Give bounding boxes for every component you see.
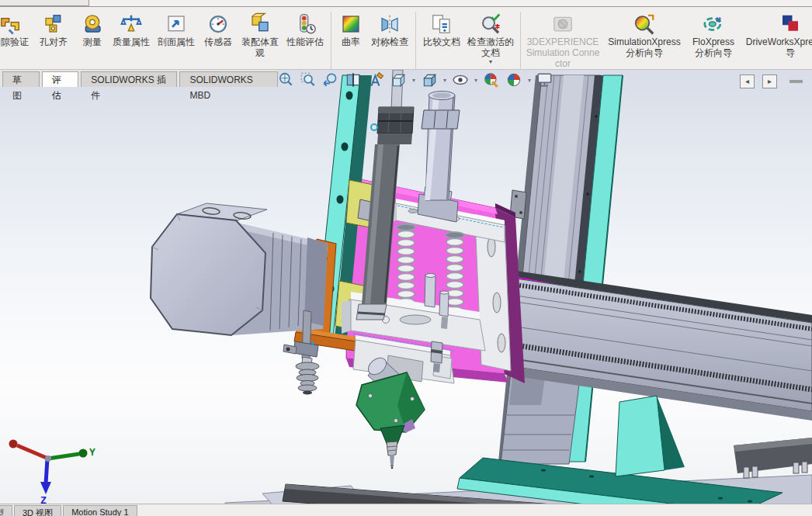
section-properties-icon [165, 12, 188, 36]
ribbon-top-tab-remnant [0, 0, 89, 6]
ribbon-item-label: 对称检查 [371, 36, 408, 47]
curvature-icon [339, 12, 363, 36]
model-light-cylinder[interactable] [422, 92, 460, 201]
tab-solidworks-mbd[interactable]: SOLIDWORKS MBD [179, 71, 278, 87]
ribbon-item-assembly-visualization[interactable]: 装配体直观 [239, 10, 281, 58]
apply-scene-caret-icon[interactable]: ▾ [528, 77, 531, 84]
triad-y-label: Y [89, 446, 95, 458]
ribbon-item-measure[interactable]: 测量 [78, 10, 107, 47]
ribbon-item-label: 装配体直观 [239, 36, 281, 58]
tab-solidworks-addins[interactable]: SOLIDWORKS 插件 [81, 71, 177, 87]
ribbon-item-sensor[interactable]: 传感器 [200, 10, 236, 47]
performance-evaluation-icon [293, 12, 317, 36]
ribbon-item-label: 质量属性 [113, 36, 150, 47]
ribbon-item-label: SimulationXpress 分析向导 [603, 36, 685, 58]
display-style-caret-icon[interactable]: ▾ [443, 77, 446, 84]
ribbon-item-simulationxpress-wizard[interactable]: SimulationXpress 分析向导 [603, 10, 685, 58]
driveworksxpress-wizard-icon [779, 12, 802, 36]
tab-model[interactable]: 模型 [0, 505, 12, 516]
mass-properties-icon [120, 12, 143, 36]
assembly-model[interactable] [0, 70, 812, 516]
graphics-viewport[interactable]: ▾ ▾ ▾ ▾ ◂ ▸ Y Z 模型 3D 视图 Motion Study 1 [0, 70, 812, 516]
triad-axes [2, 435, 102, 507]
ribbon-item-mass-properties[interactable]: 质量属性 [110, 10, 152, 47]
ribbon-item-label: 孔对齐 [40, 36, 68, 47]
view-orientation-icon[interactable] [389, 71, 408, 88]
pane-next-button[interactable]: ▸ [762, 74, 777, 88]
model-column-bearing-blocks[interactable] [501, 372, 581, 464]
tab-motion-study-1[interactable]: Motion Study 1 [63, 505, 137, 516]
hole-alignment-icon [42, 12, 65, 36]
check-active-document-icon [479, 12, 502, 36]
display-style-icon[interactable] [420, 71, 439, 88]
sensor-icon [206, 12, 230, 36]
ribbon-item-clearance-verify[interactable]: 间隙验证 [0, 10, 29, 47]
document-tab-bar: 模型 3D 视图 Motion Study 1 [0, 504, 812, 516]
ribbon-group-divider [331, 12, 331, 69]
ribbon-item-label: 检查激活的文档 [466, 36, 515, 58]
reference-triad: Y Z [2, 435, 102, 507]
model-octagon-motor[interactable] [151, 203, 328, 335]
ribbon-item-label: 性能评估 [286, 36, 324, 47]
ribbon-item-floxpress-wizard[interactable]: FloXpress 分析向导 [689, 10, 738, 58]
pane-collapse-handle[interactable] [789, 80, 803, 83]
hide-show-items-icon[interactable] [451, 71, 470, 88]
ribbon-item-label: 传感器 [204, 36, 232, 47]
3dexperience-simulation-connector-icon [551, 12, 574, 36]
dropdown-caret-icon[interactable]: ▾ [489, 59, 492, 65]
ribbon-item-label: DriveWorksXpress 向导 [741, 36, 812, 58]
zoom-to-fit-icon[interactable] [276, 71, 295, 88]
ribbon-item-label: 测量 [83, 36, 102, 47]
ribbon-top-strip [0, 0, 812, 7]
command-manager-tab-row: 草图 评估 SOLIDWORKS 插件 SOLIDWORKS MBD [0, 70, 278, 87]
ribbon-item-section-properties[interactable]: 剖面属性 [155, 10, 197, 47]
edit-appearance-icon[interactable] [482, 71, 501, 88]
view-orientation-caret-icon[interactable]: ▾ [412, 77, 415, 84]
ribbon-item-compare-documents[interactable]: 比较文档 [421, 10, 463, 47]
symmetry-check-icon [378, 12, 401, 36]
apply-scene-icon[interactable] [505, 71, 523, 88]
tab-evaluate[interactable]: 评估 [42, 71, 79, 87]
ribbon-item-hole-alignment[interactable]: 孔对齐 [33, 10, 75, 47]
ribbon-group-divider [415, 12, 416, 69]
floxpress-wizard-icon [702, 12, 725, 36]
ribbon-item-label: FloXpress 分析向导 [689, 36, 738, 58]
ribbon-item-label: 比较文档 [423, 36, 460, 47]
ribbon-item-curvature[interactable]: 曲率 [336, 10, 366, 47]
display-pane-navigation: ◂ ▸ [740, 74, 803, 88]
view-settings-icon[interactable] [536, 71, 554, 88]
ribbon-item-label: 曲率 [342, 36, 360, 47]
zoom-to-area-icon[interactable] [299, 71, 318, 88]
command-manager-ribbon: 间隙验证 孔对齐 测量 质量属性 剖面属性 传感器 装配体直观 [0, 0, 812, 70]
pane-previous-button[interactable]: ◂ [740, 74, 755, 88]
heads-up-view-toolbar: ▾ ▾ ▾ ▾ [276, 71, 554, 88]
simulationxpress-wizard-icon [633, 12, 656, 36]
ribbon-item-label: 间隙验证 [0, 36, 29, 47]
model-rear-rail-slab[interactable] [734, 438, 812, 478]
compare-documents-icon [430, 12, 453, 36]
clearance-verify-icon [0, 12, 22, 36]
hide-show-items-caret-icon[interactable]: ▾ [474, 77, 477, 84]
ribbon-item-label: 剖面属性 [158, 36, 195, 47]
measure-icon [81, 12, 104, 36]
tab-3d-views[interactable]: 3D 视图 [14, 505, 61, 516]
ribbon-group-divider [520, 12, 521, 69]
previous-view-icon[interactable] [321, 71, 340, 88]
assembly-visualization-icon [248, 12, 272, 36]
ribbon-item-check-active-document[interactable]: 检查激活的文档 ▾ [466, 10, 515, 65]
ribbon-item-label: 3DEXPERIENCE Simulation Connector [526, 36, 600, 69]
ribbon-item-performance-evaluation[interactable]: 性能评估 [284, 10, 326, 47]
tab-sketch[interactable]: 草图 [2, 71, 40, 87]
ribbon-item-driveworksxpress-wizard[interactable]: DriveWorksXpress 向导 [741, 10, 812, 58]
section-view-icon[interactable] [344, 71, 363, 88]
ribbon-evaluate-tools: 间隙验证 孔对齐 测量 质量属性 剖面属性 传感器 装配体直观 [0, 7, 812, 73]
ribbon-item-3dexperience-simulation-connector: 3DEXPERIENCE Simulation Connector [526, 10, 600, 69]
annotation-visibility-icon[interactable] [366, 71, 385, 88]
ribbon-item-symmetry-check[interactable]: 对称检查 [369, 10, 411, 47]
